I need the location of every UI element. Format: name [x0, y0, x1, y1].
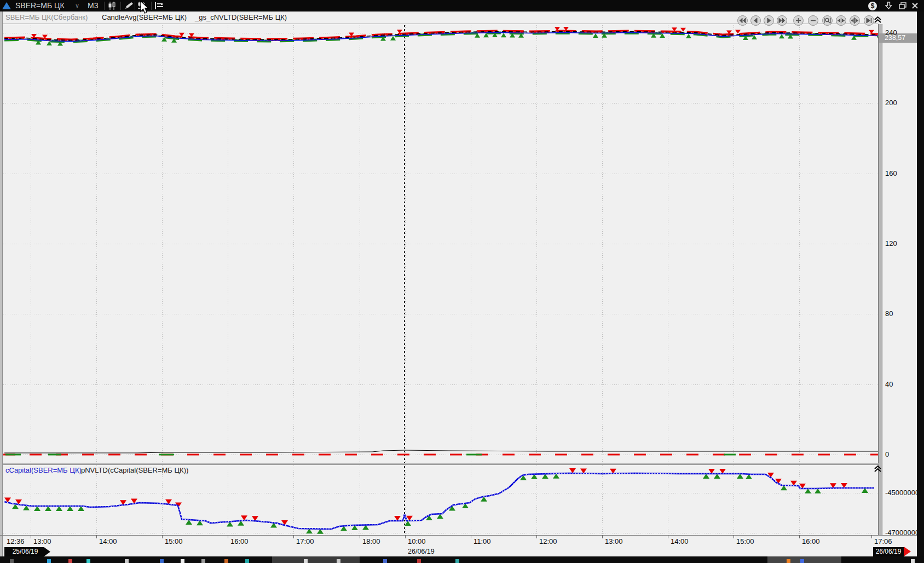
app-logo-triangle-icon: [2, 2, 11, 9]
capital-up-marker: [703, 474, 709, 479]
price-axis-label: 240: [885, 28, 897, 37]
time-axis-tick: [405, 535, 406, 538]
price-axis-label: 0: [885, 450, 889, 458]
zoom-in-button[interactable]: [793, 15, 804, 26]
back-button[interactable]: [750, 15, 761, 26]
window-left-frame: [0, 12, 3, 556]
time-axis-tick: [536, 535, 537, 538]
chevron-down-icon[interactable]: ∨: [75, 0, 79, 12]
main-panel-series3-label: _gs_cNVLTD(SBER=МБ ЦК): [195, 13, 287, 21]
taskbar-app-icon[interactable]: [86, 559, 90, 563]
forward-date-arrow-icon: [904, 547, 911, 556]
chart-canvas[interactable]: [0, 0, 924, 563]
time-axis-label: 12:36: [7, 537, 25, 545]
capital-up-marker: [862, 488, 868, 493]
compress-scale-button[interactable]: [836, 15, 846, 26]
time-axis-label: 10:00: [408, 537, 426, 545]
session-start-date-tag: 25/06/19: [4, 547, 50, 556]
plot-top-border: [3, 24, 879, 24]
mouse-cursor: [140, 1, 152, 16]
capital-up-marker: [405, 521, 411, 526]
time-axis-label: 14:00: [671, 537, 689, 545]
taskbar-app-icon[interactable]: [800, 559, 804, 563]
taskbar-app-icon[interactable]: [787, 559, 790, 563]
fast-forward-button[interactable]: [777, 15, 787, 26]
taskbar-app-icon[interactable]: [201, 559, 205, 563]
capital-down-marker: [841, 483, 847, 488]
candles-tool-icon[interactable]: [106, 1, 118, 10]
divider: [120, 2, 121, 10]
divider: [104, 2, 105, 10]
levels-tool-icon[interactable]: [153, 1, 165, 10]
time-axis-tick: [162, 535, 163, 538]
taskbar-app-icon[interactable]: [245, 559, 249, 563]
taskbar-app-icon[interactable]: [383, 559, 387, 563]
time-axis-tick: [293, 535, 294, 538]
capital-up-marker: [67, 506, 73, 511]
time-axis-label: 14:00: [99, 537, 117, 545]
price-axis-label: 40: [885, 380, 893, 388]
time-axis-label: 17:06: [874, 537, 892, 545]
time-axis-tick: [471, 535, 471, 538]
taskbar-app-icon[interactable]: [47, 559, 51, 563]
taskbar-app-icon[interactable]: [125, 559, 129, 563]
up-arrow-marker: [501, 33, 506, 37]
zoom-region-button[interactable]: [822, 15, 833, 26]
fast-back-button[interactable]: [737, 15, 748, 26]
screen-right-edge: [917, 12, 924, 563]
capital-up-marker: [34, 506, 41, 511]
taskbar-app-icon[interactable]: [160, 559, 164, 563]
time-axis-border: [0, 535, 917, 536]
taskbar-app-icon[interactable]: [337, 559, 340, 563]
taskbar-app-icon[interactable]: [10, 559, 14, 563]
capital-down-marker: [719, 469, 726, 474]
price-axis-scroll-strip[interactable]: [879, 24, 883, 535]
dollar-badge-icon[interactable]: $: [867, 1, 879, 11]
capital-up-marker: [714, 474, 720, 479]
divider: [135, 2, 135, 10]
time-axis-label: 17:00: [296, 537, 314, 545]
collapse-lower-panel-chevron[interactable]: [874, 465, 882, 473]
taskbar-app-icon[interactable]: [68, 559, 72, 563]
time-axis-tick: [734, 535, 734, 538]
forward-button[interactable]: [764, 15, 774, 26]
download-icon[interactable]: [882, 1, 894, 11]
collapse-main-panel-chevron[interactable]: [874, 16, 882, 24]
taskbar-active-app[interactable]: [272, 556, 360, 563]
draw-pencil-icon[interactable]: [123, 1, 135, 10]
taskbar-app-icon[interactable]: [224, 559, 228, 563]
capital-axis-label: -45000000: [885, 489, 919, 497]
taskbar-app-icon[interactable]: [417, 559, 421, 563]
zoom-out-button[interactable]: [808, 15, 818, 26]
capital-down-marker: [394, 516, 401, 521]
time-axis-label: 13:00: [33, 537, 51, 545]
go-to-end-button[interactable]: [864, 15, 874, 26]
up-arrow-marker: [593, 33, 598, 38]
time-axis-tick: [799, 535, 800, 538]
taskbar-app-group[interactable]: [767, 556, 841, 563]
time-axis-tick: [96, 535, 97, 538]
time-axis-label: 18:00: [362, 537, 380, 545]
taskbar-app-icon[interactable]: [455, 559, 459, 563]
taskbar-app-icon[interactable]: [304, 559, 308, 563]
taskbar-app-icon[interactable]: [911, 559, 915, 563]
time-axis-tick: [668, 535, 668, 538]
panel-splitter[interactable]: [3, 463, 879, 465]
time-axis-label: 16:00: [802, 537, 820, 545]
nvltd-line: [4, 450, 878, 453]
capital-axis-label: -47000000: [885, 528, 919, 537]
title-bar: SBER=МБ ЦК ∨ М3: [0, 0, 924, 12]
timeframe-label[interactable]: М3: [88, 0, 98, 12]
time-axis-label: 15:00: [736, 537, 754, 545]
instrument-title[interactable]: SBER=МБ ЦК: [15, 0, 65, 12]
taskbar-app-icon[interactable]: [181, 559, 184, 563]
price-axis-label: 120: [885, 239, 897, 248]
time-axis-tick: [360, 535, 360, 538]
time-axis-tick: [871, 535, 872, 538]
close-window-icon[interactable]: [909, 1, 921, 11]
restore-window-icon[interactable]: [897, 1, 909, 11]
candle-width-button[interactable]: [850, 15, 860, 26]
divider: [880, 2, 880, 10]
capital-up-marker: [56, 506, 62, 511]
capital-down-marker: [708, 469, 715, 474]
